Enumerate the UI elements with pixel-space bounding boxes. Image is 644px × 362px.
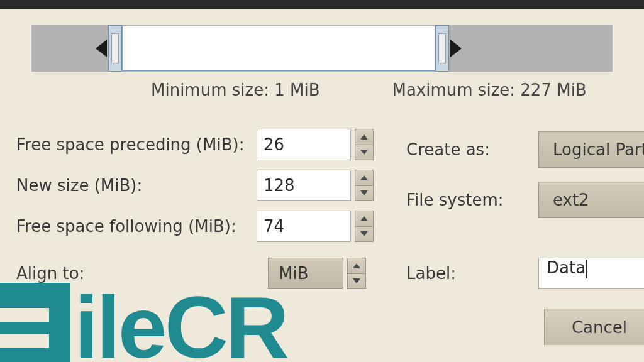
- titlebar: [0, 0, 644, 9]
- resize-handle-left[interactable]: [108, 25, 122, 72]
- row-partition-label: Label: Data: [406, 257, 644, 290]
- partition-label-input[interactable]: Data: [538, 258, 644, 289]
- free-following-input[interactable]: [257, 211, 351, 242]
- align-to-step-down[interactable]: [347, 274, 366, 290]
- create-partition-dialog: Minimum size: 1 MiB Maximum size: 227 Mi…: [0, 9, 644, 362]
- new-partition-block[interactable]: [122, 26, 435, 71]
- watermark-f-icon: [0, 283, 70, 362]
- row-create-as: Create as: Logical Part: [406, 133, 644, 166]
- chevron-down-icon: [360, 231, 368, 236]
- new-size-input[interactable]: [257, 170, 351, 201]
- free-following-step-down[interactable]: [355, 227, 374, 243]
- free-preceding-step-up[interactable]: [355, 129, 374, 145]
- create-as-value: Logical Part: [553, 140, 644, 159]
- cancel-button-label: Cancel: [572, 318, 627, 337]
- create-as-combo[interactable]: Logical Part: [538, 131, 644, 168]
- partition-label-label: Label:: [406, 264, 538, 283]
- new-size-step-up[interactable]: [355, 170, 374, 186]
- row-new-size: New size (MiB):: [16, 169, 374, 202]
- row-free-following: Free space following (MiB):: [16, 210, 374, 243]
- slider-track: [31, 25, 613, 72]
- free-preceding-label: Free space preceding (MiB):: [16, 135, 257, 154]
- text-caret-icon: [586, 260, 587, 278]
- resize-handle-right[interactable]: [435, 25, 449, 72]
- row-free-preceding: Free space preceding (MiB):: [16, 128, 374, 161]
- chevron-down-icon: [360, 190, 368, 195]
- align-to-step-up[interactable]: [347, 258, 366, 274]
- free-following-label: Free space following (MiB):: [16, 217, 257, 236]
- new-size-spin: [257, 170, 374, 201]
- new-size-step-down[interactable]: [355, 186, 374, 202]
- chevron-up-icon: [360, 175, 368, 180]
- free-following-spin: [257, 211, 374, 242]
- row-file-system: File system: ext2: [406, 184, 644, 216]
- chevron-down-icon: [360, 150, 368, 155]
- create-as-label: Create as:: [406, 140, 538, 159]
- resize-right-arrow-icon[interactable]: [450, 40, 462, 57]
- cancel-button[interactable]: Cancel: [544, 309, 644, 345]
- watermark-text: ileCR: [74, 293, 287, 362]
- chevron-up-icon: [360, 216, 368, 221]
- resize-left-arrow-icon[interactable]: [96, 40, 107, 57]
- chevron-up-icon: [353, 263, 360, 268]
- partition-label-value: Data: [547, 258, 586, 277]
- partition-size-slider[interactable]: [31, 20, 613, 77]
- free-following-step-up[interactable]: [355, 211, 374, 227]
- row-dialog-buttons: Cancel: [406, 310, 644, 343]
- file-system-value: ext2: [553, 190, 589, 209]
- size-caption-row: Minimum size: 1 MiB Maximum size: 227 Mi…: [0, 80, 644, 99]
- chevron-down-icon: [353, 278, 360, 283]
- maximum-size-label: Maximum size: 227 MiB: [392, 80, 587, 99]
- file-system-label: File system:: [406, 190, 538, 209]
- free-preceding-spin: [257, 129, 374, 160]
- free-preceding-step-down[interactable]: [355, 145, 374, 161]
- file-system-combo[interactable]: ext2: [538, 182, 644, 218]
- minimum-size-label: Minimum size: 1 MiB: [151, 80, 320, 99]
- filecr-watermark: ileCR: [0, 274, 287, 362]
- new-size-label: New size (MiB):: [16, 176, 257, 195]
- chevron-up-icon: [360, 134, 368, 140]
- free-preceding-input[interactable]: [257, 129, 351, 160]
- partition-region[interactable]: [96, 25, 462, 72]
